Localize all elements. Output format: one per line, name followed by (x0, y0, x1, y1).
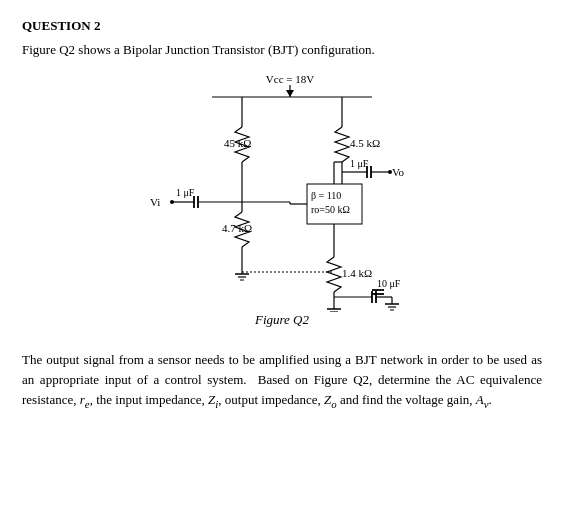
bottom-text: The output signal from a sensor needs to… (22, 350, 542, 413)
svg-point-15 (388, 170, 392, 174)
question-title: QUESTION 2 (22, 18, 542, 34)
svg-text:4.7 kΩ: 4.7 kΩ (222, 222, 252, 234)
svg-marker-2 (286, 90, 294, 97)
intro-text: Figure Q2 shows a Bipolar Junction Trans… (22, 42, 542, 58)
svg-point-35 (170, 200, 174, 204)
svg-text:1 μF: 1 μF (350, 158, 369, 169)
circuit-container: Vcc = 18V 45 kΩ 4.5 kΩ V (22, 72, 542, 340)
svg-text:Vcc = 18V: Vcc = 18V (266, 73, 314, 85)
svg-text:10 μF: 10 μF (377, 278, 401, 289)
svg-text:Vi: Vi (150, 196, 160, 208)
svg-text:1.4 kΩ: 1.4 kΩ (342, 267, 372, 279)
circuit-diagram: Vcc = 18V 45 kΩ 4.5 kΩ V (112, 72, 452, 312)
svg-text:45 kΩ: 45 kΩ (224, 137, 251, 149)
figure-label: Figure Q2 (255, 312, 309, 328)
svg-text:4.5 kΩ: 4.5 kΩ (350, 137, 380, 149)
svg-text:Vo: Vo (392, 166, 405, 178)
svg-text:ro=50 kΩ: ro=50 kΩ (311, 204, 350, 215)
svg-text:β = 110: β = 110 (311, 190, 341, 201)
svg-text:1 μF: 1 μF (176, 187, 195, 198)
